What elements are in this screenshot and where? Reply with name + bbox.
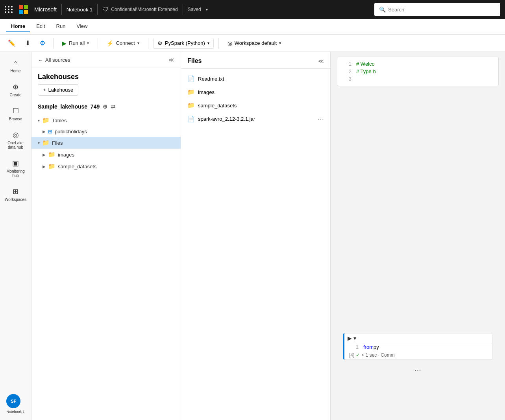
pyspark-caret[interactable]: ▾ [207, 41, 209, 45]
chevron-down-icon: ▾ [38, 118, 40, 123]
file-item-left: 📄 Readme.txt [187, 75, 224, 82]
file-doc-icon: 📄 [187, 75, 195, 82]
confidential-label: Confidential\Microsoft Extended [111, 7, 178, 12]
cell-chevron-button[interactable]: ▾ [353, 335, 356, 341]
workspace-caret[interactable]: ▾ [279, 41, 281, 45]
menu-bar: Home Edit Run View [0, 19, 505, 35]
tree-item-files[interactable]: ▾ 📁 Files [31, 137, 181, 149]
run-num: [4] [349, 352, 354, 358]
run-icon: ▶ [62, 40, 67, 46]
back-button[interactable]: ← All sources [38, 57, 70, 63]
panel-title: Lakehouses [31, 68, 181, 84]
py-text: py [374, 344, 379, 350]
menu-view[interactable]: View [72, 21, 92, 32]
run-all-button[interactable]: ▶ Run all ▾ [58, 38, 93, 48]
search-input[interactable] [388, 7, 496, 13]
microsoft-label: Microsoft [34, 6, 57, 13]
folder-teal-icon: 📁 [42, 139, 50, 146]
nav-browse[interactable]: ☐ Browse [2, 103, 30, 125]
connect-icon: ⚡ [107, 40, 113, 46]
divider3 [183, 4, 183, 15]
workspaces-icon: ⊞ [13, 187, 18, 196]
waffle-icon[interactable] [5, 6, 13, 13]
code-content-2: # Type h [356, 68, 376, 74]
connect-button[interactable]: ⚡ Connect ▾ [103, 38, 143, 48]
saved-label: Saved [188, 7, 201, 12]
file-readme-label: Readme.txt [198, 76, 224, 82]
tree-item-images[interactable]: ▶ 📁 images [31, 149, 181, 160]
lakehouse-name-text: Sample_lakehouse_749 [38, 103, 100, 110]
tree-item-tables[interactable]: ▾ 📁 Tables [31, 114, 181, 126]
jar-file-icon: 📄 [187, 116, 195, 123]
file-images-label: images [198, 89, 215, 95]
avatar[interactable]: SF [6, 394, 20, 408]
files-title: Files [187, 57, 202, 64]
panel-header: ← All sources ≪ [31, 52, 181, 68]
nav-browse-label: Browse [9, 117, 22, 121]
folder-icon: 📁 [42, 117, 50, 124]
status-text: < 1 sec · Comm [361, 352, 394, 358]
pin-icon[interactable]: ⊕ [103, 103, 107, 110]
tree-container: ▾ 📁 Tables ▶ ⊞ publicholidays ▾ 📁 Files … [31, 113, 181, 420]
nav-monitoring-label: Monitoringhub [6, 169, 25, 178]
files-collapse-button[interactable]: ≪ [318, 58, 324, 64]
tree-tables-label: Tables [52, 118, 67, 123]
menu-edit[interactable]: Edit [31, 21, 50, 32]
tree-item-sample-datasets[interactable]: ▶ 📁 sample_datasets [31, 160, 181, 172]
nav-monitoring[interactable]: ▣ Monitoringhub [2, 155, 30, 182]
file-item-sample-datasets[interactable]: 📁 sample_datasets [181, 99, 330, 112]
cell-run-button[interactable]: ▶ [348, 335, 352, 341]
chevron-right-icon3: ▶ [43, 164, 46, 169]
monitoring-icon: ▣ [12, 159, 19, 168]
nav-home-label: Home [10, 69, 21, 73]
notebook-nav-label[interactable]: Notebook 1 [6, 410, 24, 414]
pyspark-button[interactable]: ⚙ PySpark (Python) ▾ [153, 38, 214, 49]
menu-run[interactable]: Run [52, 21, 70, 32]
tree-publicholidays-label: publicholidays [55, 129, 87, 134]
toolbar-divider3 [148, 38, 148, 49]
toolbar-divider1 [53, 38, 54, 49]
search-box[interactable]: 🔍 [374, 3, 500, 16]
more-button[interactable]: ⋯ [318, 115, 324, 123]
file-item-readme[interactable]: 📄 Readme.txt [181, 72, 330, 85]
chevron-down-icon2: ▾ [38, 141, 40, 145]
file-item-images[interactable]: 📁 images [181, 85, 330, 99]
code-line-2: 2 # Type h [337, 68, 498, 75]
line-num-2: 2 [342, 68, 351, 74]
switch-icon[interactable]: ⇄ [111, 103, 115, 110]
connect-caret[interactable]: ▾ [137, 41, 139, 45]
saved-caret[interactable]: ▾ [206, 7, 208, 12]
workspace-button[interactable]: ◎ Workspace default ▾ [224, 38, 285, 48]
lakehouse-name: Sample_lakehouse_749 ⊕ ⇄ [31, 100, 181, 113]
notebook-title[interactable]: Notebook 1 [67, 7, 93, 13]
nav-create[interactable]: ⊕ Create [2, 79, 30, 101]
nav-onelake-label: OneLakedata hub [7, 141, 24, 149]
download-button[interactable]: ⬇ [22, 37, 33, 49]
nav-onelake[interactable]: ◎ OneLakedata hub [2, 127, 30, 153]
onelake-icon: ◎ [13, 131, 19, 139]
pyspark-icon: ⚙ [157, 40, 163, 46]
line-num-3: 3 [342, 76, 351, 82]
file-sample-datasets-label: sample_datasets [198, 103, 237, 109]
add-lakehouse-button[interactable]: + Lakehouse [38, 84, 78, 96]
tree-images-label: images [58, 152, 74, 158]
search-icon: 🔍 [379, 6, 386, 13]
settings-button[interactable]: ⚙ [37, 37, 48, 49]
tree-item-publicholidays[interactable]: ▶ ⊞ publicholidays [31, 126, 181, 137]
collapse-button[interactable]: ≪ [168, 57, 174, 63]
microsoft-logo [19, 5, 28, 14]
file-item-jar[interactable]: 📄 spark-avro_2.12-3.2.1.jar ⋯ [181, 112, 330, 126]
menu-home[interactable]: Home [6, 21, 30, 32]
run-all-caret[interactable]: ▾ [87, 41, 89, 45]
edit-button[interactable]: ✏️ [5, 37, 19, 49]
files-list: 📄 Readme.txt 📁 images 📁 sample_datasets … [181, 69, 330, 420]
cell-status: [4] ✓ < 1 sec · Comm [344, 351, 492, 359]
nav-workspaces[interactable]: ⊞ Workspaces [2, 183, 30, 206]
cell-line-num: 1 [349, 344, 359, 350]
cell-toolbar: ▶ ▾ [344, 333, 492, 343]
plus-icon: + [43, 87, 46, 93]
left-nav: ⌂ Home ⊕ Create ☐ Browse ◎ OneLakedata h… [0, 52, 31, 420]
notebook-area: 1 # Welco 2 # Type h 3 ↓ Load data ▶ ⧉ C… [331, 52, 505, 420]
top-bar: Microsoft Notebook 1 🛡 Confidential\Micr… [0, 0, 505, 19]
nav-home[interactable]: ⌂ Home [2, 55, 30, 77]
